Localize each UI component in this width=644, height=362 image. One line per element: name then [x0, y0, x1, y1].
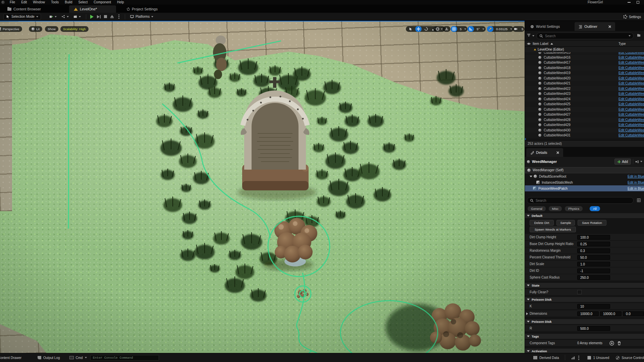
property-value-field[interactable]: 50.0 [577, 255, 610, 260]
tab-project-settings[interactable]: Project Settings [122, 5, 162, 13]
property-value-field[interactable]: 100.0 [577, 235, 610, 240]
angle-snap-toggle[interactable] [468, 26, 474, 32]
outliner-row[interactable]: CuttableWeed423Edit CuttableWeed423 [525, 91, 644, 97]
scale-snap-value[interactable]: 0.03125 [495, 26, 509, 32]
property-value-field[interactable]: 0.25 [577, 242, 610, 246]
details-view-grid-icon[interactable] [637, 198, 641, 202]
edit-blueprint-link[interactable]: Edit CuttableWeed425 [619, 102, 644, 106]
eye-icon[interactable] [527, 42, 531, 46]
scalability-badge[interactable]: Scalability: High [60, 26, 89, 32]
edit-blueprint-link[interactable]: Edit CuttableWeed430 [619, 128, 644, 132]
angle-snap-value[interactable]: 5° [475, 26, 481, 32]
edit-blueprint-link[interactable]: Edit CuttableWeed426 [619, 108, 644, 111]
edit-blueprint-link[interactable]: Edit in Blueprint [628, 187, 644, 190]
outliner-row[interactable]: CuttableWeed416Edit CuttableWeed416 [525, 55, 644, 60]
tab-content-browser[interactable]: Content Browser [3, 5, 46, 13]
play-button[interactable] [90, 15, 94, 19]
unsaved-button[interactable]: 1 Unsaved [584, 353, 612, 362]
move-tool[interactable] [415, 26, 422, 32]
outliner-row[interactable]: CuttableWeed430Edit CuttableWeed430 [525, 128, 644, 133]
expand-arrow-icon[interactable] [530, 176, 532, 177]
tab-world-settings[interactable]: World Settings [526, 22, 564, 31]
details-search-input[interactable]: Search [527, 197, 634, 204]
filter-tab-misc[interactable]: Misc [549, 206, 562, 211]
outliner-row[interactable]: CuttableWeed418Edit CuttableWeed418 [525, 65, 644, 71]
play-options-kebab[interactable] [118, 16, 119, 17]
show-dropdown[interactable]: Show [45, 26, 58, 32]
output-log-button[interactable]: Output Log [34, 353, 63, 362]
edit-blueprint-link[interactable]: Edit CuttableWeed419 [619, 71, 644, 75]
selection-mode-dropdown[interactable]: Selection Mode [3, 14, 41, 20]
surface-snapping-toggle[interactable] [443, 26, 450, 32]
property-value-field[interactable]: 1.0 [577, 262, 610, 266]
rotate-tool[interactable] [423, 26, 429, 32]
edit-blueprint-link[interactable]: Edit CuttableWeed431 [619, 133, 644, 137]
save-rotation-button[interactable]: Save Rotation [578, 220, 606, 226]
outliner-row[interactable]: CuttableWeed427Edit CuttableWeed427 [525, 112, 644, 117]
spawn-weeds-button[interactable]: Spawn Weeds at Markers [530, 227, 576, 232]
insights-button[interactable] [568, 353, 584, 362]
perspective-dropdown[interactable]: Perspective [0, 26, 22, 32]
tab-levelone[interactable]: LevelOne* [69, 5, 116, 13]
k-field[interactable]: 10 [577, 304, 610, 309]
expand-icon[interactable] [526, 312, 528, 315]
dimensions-x-field[interactable]: 10000.0 [577, 311, 599, 316]
camera-speed-toggle[interactable] [513, 26, 519, 32]
3d-viewport[interactable]: Perspective Lit Show Scalability: High [0, 21, 525, 353]
grid-snap-toggle[interactable] [451, 26, 457, 32]
edit-blueprint-link[interactable]: Edit CuttableWeed428 [619, 118, 644, 122]
section-poisson-disk-1[interactable]: Poisson Disk [525, 297, 644, 302]
edit-blueprint-link[interactable]: Edit CuttableWeed424 [619, 97, 644, 101]
r-field[interactable]: 500.0 [577, 326, 610, 331]
outliner-settings-icon[interactable] [637, 34, 641, 37]
skip-button[interactable] [97, 15, 101, 18]
view-options-icon[interactable] [635, 160, 639, 164]
dimensions-y-field[interactable]: 10000.0 [600, 311, 622, 316]
component-row[interactable]: WeedManager (Self) [525, 167, 644, 173]
outliner-row[interactable]: CuttableWeed421Edit CuttableWeed421 [525, 81, 644, 86]
stop-button[interactable] [104, 15, 107, 18]
menu-file[interactable]: File [7, 0, 18, 5]
add-actor-dropdown[interactable] [47, 14, 59, 20]
outliner-row[interactable]: CuttableWeed426Edit CuttableWeed426 [525, 107, 644, 112]
edit-blueprint-link[interactable]: Edit in Blueprint [628, 175, 644, 178]
maximize-button[interactable] [637, 1, 639, 4]
settings-button[interactable]: Settings [623, 13, 644, 21]
source-control-button[interactable]: Source Control [612, 353, 644, 362]
add-element-icon[interactable] [609, 341, 614, 346]
section-state[interactable]: State [525, 283, 644, 288]
delete-dirt-button[interactable]: Delete Dirt [530, 220, 554, 226]
edit-blueprint-link[interactable]: Edit CuttableWeed423 [619, 92, 644, 96]
grid-snap-control[interactable]: 5 [451, 26, 468, 32]
tab-details[interactable]: Details [526, 148, 563, 157]
filter-tab-all[interactable]: All [590, 206, 600, 211]
scale-snap-toggle[interactable] [487, 26, 493, 32]
outliner-search-input[interactable]: Search [536, 33, 634, 39]
filter-tab-general[interactable]: General [528, 206, 546, 211]
menu-window[interactable]: Window [30, 0, 48, 5]
edit-blueprint-link[interactable]: Edit CuttableWeed415 [619, 52, 644, 54]
outliner-row[interactable]: CuttableWeed429Edit CuttableWeed429 [525, 122, 644, 128]
filter-icon[interactable] [527, 34, 531, 37]
chevron-down-icon[interactable] [532, 35, 534, 37]
outliner-row-partial[interactable]: CuttableWeed415 Edit CuttableWeed415 [525, 52, 644, 55]
camera-speed-control[interactable]: 5 [513, 26, 525, 32]
component-row[interactable]: DefaultSceneRootEdit in Blueprint [525, 173, 644, 179]
tab-outliner[interactable]: Outliner [575, 22, 615, 31]
menu-select[interactable]: Select [75, 0, 91, 5]
cinematics-dropdown[interactable] [71, 14, 83, 20]
minimize-button[interactable] [628, 2, 631, 3]
outliner-row-level[interactable]: LevelOne (Editor) [525, 47, 644, 52]
platforms-dropdown[interactable]: Platforms [128, 14, 156, 20]
add-component-button[interactable]: Add [614, 159, 631, 165]
lit-dropdown[interactable]: Lit [29, 26, 42, 32]
section-poisson-disk-2[interactable]: Poisson Disk [525, 319, 644, 324]
derived-data-button[interactable]: Derived Data [530, 353, 562, 362]
menu-component[interactable]: Component [91, 0, 114, 5]
close-tab-icon[interactable] [556, 151, 559, 154]
outliner-row[interactable]: CuttableWeed424Edit CuttableWeed424 [525, 97, 644, 102]
edit-blueprint-link[interactable]: Edit CuttableWeed427 [619, 113, 644, 116]
outliner-row[interactable]: CuttableWeed419Edit CuttableWeed419 [525, 70, 644, 76]
edit-blueprint-link[interactable]: Edit CuttableWeed420 [619, 76, 644, 80]
edit-blueprint-link[interactable]: Edit CuttableWeed429 [619, 123, 644, 127]
